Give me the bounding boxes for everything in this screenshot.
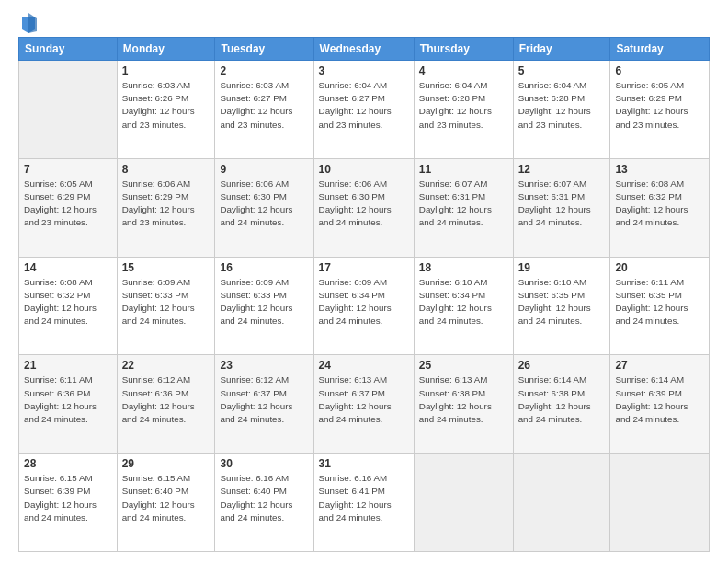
day-number: 11 xyxy=(419,163,508,176)
day-number: 15 xyxy=(122,261,210,274)
day-number: 14 xyxy=(24,261,112,274)
calendar-cell: 13Sunrise: 6:08 AMSunset: 6:32 PMDayligh… xyxy=(610,158,710,257)
header-cell-tuesday: Tuesday xyxy=(215,38,313,61)
week-row-3: 14Sunrise: 6:08 AMSunset: 6:32 PMDayligh… xyxy=(19,257,710,355)
day-info: Sunrise: 6:04 AMSunset: 6:28 PMDaylight:… xyxy=(518,79,606,132)
day-number: 24 xyxy=(319,359,409,372)
day-number: 13 xyxy=(615,163,704,176)
calendar-cell: 7Sunrise: 6:05 AMSunset: 6:29 PMDaylight… xyxy=(19,158,118,257)
day-info: Sunrise: 6:14 AMSunset: 6:39 PMDaylight:… xyxy=(615,373,704,426)
calendar: SundayMondayTuesdayWednesdayThursdayFrid… xyxy=(18,37,710,552)
day-number: 26 xyxy=(518,359,606,372)
day-number: 1 xyxy=(122,64,210,77)
week-row-2: 7Sunrise: 6:05 AMSunset: 6:29 PMDaylight… xyxy=(19,158,710,257)
calendar-cell: 22Sunrise: 6:12 AMSunset: 6:36 PMDayligh… xyxy=(117,355,215,454)
calendar-cell: 15Sunrise: 6:09 AMSunset: 6:33 PMDayligh… xyxy=(117,257,215,355)
day-number: 18 xyxy=(419,261,508,274)
header-row: SundayMondayTuesdayWednesdayThursdayFrid… xyxy=(19,38,710,61)
day-number: 30 xyxy=(220,457,308,470)
day-info: Sunrise: 6:08 AMSunset: 6:32 PMDaylight:… xyxy=(24,276,112,328)
calendar-cell: 11Sunrise: 6:07 AMSunset: 6:31 PMDayligh… xyxy=(414,158,513,257)
header-cell-saturday: Saturday xyxy=(610,38,710,61)
calendar-cell: 19Sunrise: 6:10 AMSunset: 6:35 PMDayligh… xyxy=(513,257,610,355)
calendar-cell: 28Sunrise: 6:15 AMSunset: 6:39 PMDayligh… xyxy=(19,454,118,552)
header-cell-sunday: Sunday xyxy=(19,38,118,61)
day-number: 6 xyxy=(615,64,704,77)
calendar-cell: 4Sunrise: 6:04 AMSunset: 6:28 PMDaylight… xyxy=(414,61,513,159)
svg-marker-1 xyxy=(28,13,37,33)
week-row-1: 1Sunrise: 6:03 AMSunset: 6:26 PMDaylight… xyxy=(19,61,710,159)
calendar-cell: 14Sunrise: 6:08 AMSunset: 6:32 PMDayligh… xyxy=(19,257,118,355)
calendar-cell: 16Sunrise: 6:09 AMSunset: 6:33 PMDayligh… xyxy=(215,257,313,355)
calendar-cell xyxy=(414,454,513,552)
day-info: Sunrise: 6:04 AMSunset: 6:27 PMDaylight:… xyxy=(319,79,409,132)
day-info: Sunrise: 6:06 AMSunset: 6:29 PMDaylight:… xyxy=(122,178,210,230)
calendar-cell: 24Sunrise: 6:13 AMSunset: 6:37 PMDayligh… xyxy=(313,355,414,454)
day-number: 2 xyxy=(220,64,308,77)
day-info: Sunrise: 6:12 AMSunset: 6:37 PMDaylight:… xyxy=(220,373,308,426)
calendar-cell: 30Sunrise: 6:16 AMSunset: 6:40 PMDayligh… xyxy=(215,454,313,552)
header-cell-friday: Friday xyxy=(513,38,610,61)
calendar-cell: 10Sunrise: 6:06 AMSunset: 6:30 PMDayligh… xyxy=(313,158,414,257)
calendar-cell: 2Sunrise: 6:03 AMSunset: 6:27 PMDaylight… xyxy=(215,61,313,159)
day-number: 16 xyxy=(220,261,308,274)
calendar-cell: 27Sunrise: 6:14 AMSunset: 6:39 PMDayligh… xyxy=(610,355,710,454)
calendar-header: SundayMondayTuesdayWednesdayThursdayFrid… xyxy=(19,38,710,61)
day-info: Sunrise: 6:09 AMSunset: 6:34 PMDaylight:… xyxy=(319,276,409,328)
day-info: Sunrise: 6:10 AMSunset: 6:35 PMDaylight:… xyxy=(518,276,606,328)
day-number: 17 xyxy=(319,261,409,274)
calendar-cell xyxy=(19,61,118,159)
calendar-body: 1Sunrise: 6:03 AMSunset: 6:26 PMDaylight… xyxy=(19,61,710,552)
day-number: 5 xyxy=(518,64,606,77)
day-info: Sunrise: 6:11 AMSunset: 6:35 PMDaylight:… xyxy=(615,276,704,328)
day-info: Sunrise: 6:15 AMSunset: 6:40 PMDaylight:… xyxy=(122,472,210,524)
day-info: Sunrise: 6:03 AMSunset: 6:26 PMDaylight:… xyxy=(122,79,210,132)
day-info: Sunrise: 6:12 AMSunset: 6:36 PMDaylight:… xyxy=(122,373,210,426)
day-info: Sunrise: 6:09 AMSunset: 6:33 PMDaylight:… xyxy=(220,276,308,328)
calendar-cell: 20Sunrise: 6:11 AMSunset: 6:35 PMDayligh… xyxy=(610,257,710,355)
day-number: 4 xyxy=(419,64,508,77)
calendar-cell: 25Sunrise: 6:13 AMSunset: 6:38 PMDayligh… xyxy=(414,355,513,454)
calendar-cell: 5Sunrise: 6:04 AMSunset: 6:28 PMDaylight… xyxy=(513,61,610,159)
day-info: Sunrise: 6:08 AMSunset: 6:32 PMDaylight:… xyxy=(615,178,704,230)
header-cell-wednesday: Wednesday xyxy=(313,38,414,61)
day-number: 25 xyxy=(419,359,508,372)
day-info: Sunrise: 6:07 AMSunset: 6:31 PMDaylight:… xyxy=(518,178,606,230)
calendar-cell: 3Sunrise: 6:04 AMSunset: 6:27 PMDaylight… xyxy=(313,61,414,159)
day-info: Sunrise: 6:03 AMSunset: 6:27 PMDaylight:… xyxy=(220,79,308,132)
day-number: 20 xyxy=(615,261,704,274)
day-info: Sunrise: 6:05 AMSunset: 6:29 PMDaylight:… xyxy=(24,178,112,230)
header-cell-monday: Monday xyxy=(117,38,215,61)
calendar-cell: 26Sunrise: 6:14 AMSunset: 6:38 PMDayligh… xyxy=(513,355,610,454)
calendar-cell: 31Sunrise: 6:16 AMSunset: 6:41 PMDayligh… xyxy=(313,454,414,552)
day-info: Sunrise: 6:13 AMSunset: 6:38 PMDaylight:… xyxy=(419,373,508,426)
header-cell-thursday: Thursday xyxy=(414,38,513,61)
day-number: 19 xyxy=(518,261,606,274)
day-number: 21 xyxy=(24,359,112,372)
calendar-cell: 9Sunrise: 6:06 AMSunset: 6:30 PMDaylight… xyxy=(215,158,313,257)
calendar-cell: 1Sunrise: 6:03 AMSunset: 6:26 PMDaylight… xyxy=(117,61,215,159)
day-info: Sunrise: 6:09 AMSunset: 6:33 PMDaylight:… xyxy=(122,276,210,328)
week-row-4: 21Sunrise: 6:11 AMSunset: 6:36 PMDayligh… xyxy=(19,355,710,454)
day-info: Sunrise: 6:10 AMSunset: 6:34 PMDaylight:… xyxy=(419,276,508,328)
calendar-cell xyxy=(513,454,610,552)
calendar-cell: 12Sunrise: 6:07 AMSunset: 6:31 PMDayligh… xyxy=(513,158,610,257)
day-number: 28 xyxy=(24,457,112,470)
day-info: Sunrise: 6:15 AMSunset: 6:39 PMDaylight:… xyxy=(24,472,112,524)
day-info: Sunrise: 6:16 AMSunset: 6:41 PMDaylight:… xyxy=(319,472,409,524)
day-number: 23 xyxy=(220,359,308,372)
day-number: 7 xyxy=(24,163,112,176)
day-info: Sunrise: 6:13 AMSunset: 6:37 PMDaylight:… xyxy=(319,373,409,426)
day-number: 22 xyxy=(122,359,210,372)
day-info: Sunrise: 6:11 AMSunset: 6:36 PMDaylight:… xyxy=(24,373,112,426)
calendar-cell: 17Sunrise: 6:09 AMSunset: 6:34 PMDayligh… xyxy=(313,257,414,355)
day-number: 12 xyxy=(518,163,606,176)
day-info: Sunrise: 6:06 AMSunset: 6:30 PMDaylight:… xyxy=(319,178,409,230)
header xyxy=(18,15,710,33)
calendar-cell: 18Sunrise: 6:10 AMSunset: 6:34 PMDayligh… xyxy=(414,257,513,355)
calendar-cell: 6Sunrise: 6:05 AMSunset: 6:29 PMDaylight… xyxy=(610,61,710,159)
day-number: 9 xyxy=(220,163,308,176)
day-info: Sunrise: 6:06 AMSunset: 6:30 PMDaylight:… xyxy=(220,178,308,230)
day-number: 10 xyxy=(319,163,409,176)
day-info: Sunrise: 6:05 AMSunset: 6:29 PMDaylight:… xyxy=(615,79,704,132)
